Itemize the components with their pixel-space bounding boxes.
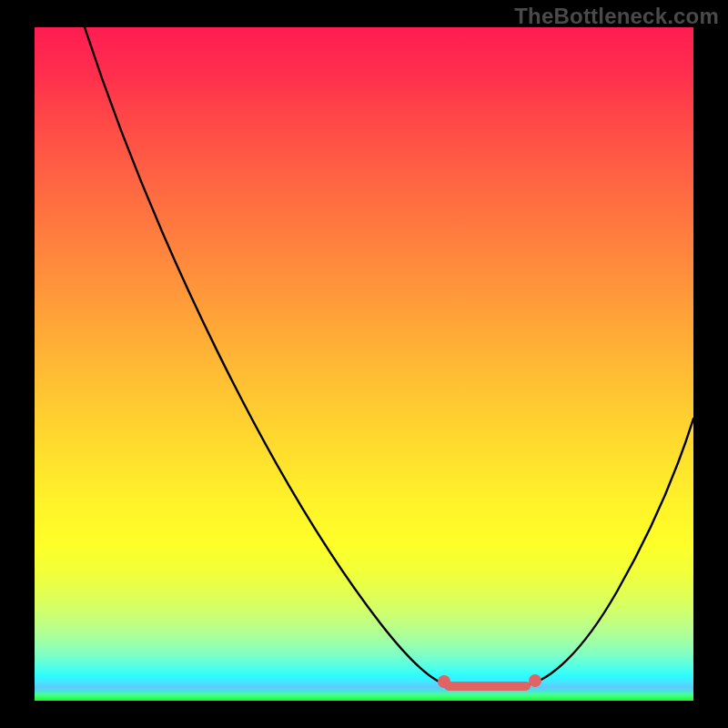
plot-svg	[35, 27, 693, 701]
plot-area	[35, 27, 693, 701]
accent-dot-right	[529, 674, 541, 687]
watermark-text: TheBottleneck.com	[514, 4, 719, 29]
bottleneck-curve-left	[85, 27, 449, 685]
bottleneck-curve-right	[526, 419, 693, 685]
chart-frame: TheBottleneck.com	[0, 0, 728, 728]
